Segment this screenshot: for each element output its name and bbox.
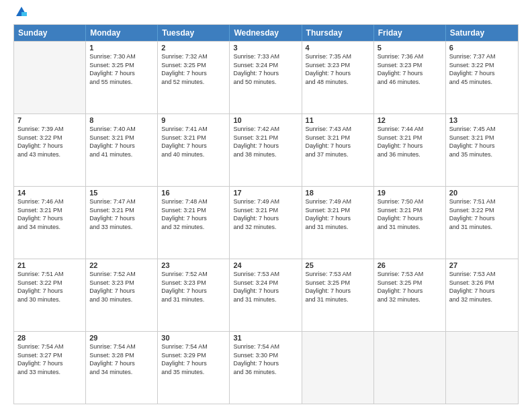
daylight-line1: Daylight: 7 hours — [449, 69, 515, 78]
sunset-text: Sunset: 3:21 PM — [378, 134, 442, 142]
sunrise-text: Sunrise: 7:37 AM — [449, 52, 515, 61]
week-row-1: 1Sunrise: 7:30 AMSunset: 3:25 PMDaylight… — [14, 41, 518, 113]
daylight-line2: and 40 minutes. — [161, 150, 226, 159]
daylight-line1: Daylight: 7 hours — [233, 287, 298, 295]
cal-cell: 10Sunrise: 7:42 AMSunset: 3:21 PMDayligh… — [230, 114, 302, 186]
cal-cell: 3Sunrise: 7:33 AMSunset: 3:24 PMDaylight… — [230, 42, 302, 113]
sunrise-text: Sunrise: 7:53 AM — [306, 270, 370, 279]
daylight-line2: and 38 minutes. — [233, 150, 298, 159]
daylight-line2: and 31 minutes. — [306, 223, 370, 232]
sunset-text: Sunset: 3:21 PM — [233, 206, 298, 215]
sunrise-text: Sunrise: 7:43 AM — [306, 125, 370, 134]
sunset-text: Sunset: 3:21 PM — [89, 206, 154, 215]
daylight-line2: and 34 minutes. — [89, 368, 154, 377]
sunrise-text: Sunrise: 7:53 AM — [233, 270, 298, 279]
daylight-line2: and 55 minutes. — [89, 78, 154, 87]
cal-cell: 4Sunrise: 7:35 AMSunset: 3:23 PMDaylight… — [302, 42, 374, 113]
cal-cell: 27Sunrise: 7:53 AMSunset: 3:26 PMDayligh… — [446, 259, 518, 331]
daylight-line2: and 32 minutes. — [161, 223, 226, 232]
daylight-line2: and 31 minutes. — [161, 295, 226, 304]
daylight-line2: and 34 minutes. — [17, 223, 82, 232]
cal-cell: 20Sunrise: 7:51 AMSunset: 3:22 PMDayligh… — [446, 187, 518, 259]
sunset-text: Sunset: 3:25 PM — [161, 61, 226, 70]
cal-cell: 14Sunrise: 7:46 AMSunset: 3:21 PMDayligh… — [14, 187, 86, 259]
daylight-line2: and 32 minutes. — [233, 223, 298, 232]
daylight-line1: Daylight: 7 hours — [161, 69, 226, 78]
daylight-line2: and 41 minutes. — [89, 150, 154, 159]
day-number: 26 — [378, 261, 442, 269]
sunset-text: Sunset: 3:22 PM — [17, 134, 82, 142]
sunrise-text: Sunrise: 7:48 AM — [161, 197, 226, 206]
sunset-text: Sunset: 3:25 PM — [378, 279, 442, 287]
daylight-line1: Daylight: 7 hours — [89, 214, 154, 223]
cal-cell: 19Sunrise: 7:50 AMSunset: 3:21 PMDayligh… — [374, 187, 446, 259]
cal-cell — [302, 332, 374, 404]
calendar-body: 1Sunrise: 7:30 AMSunset: 3:25 PMDaylight… — [14, 41, 518, 404]
cal-cell: 13Sunrise: 7:45 AMSunset: 3:21 PMDayligh… — [446, 114, 518, 186]
sunrise-text: Sunrise: 7:36 AM — [378, 52, 442, 61]
daylight-line2: and 43 minutes. — [17, 150, 82, 159]
daylight-line2: and 30 minutes. — [17, 295, 82, 304]
day-number: 15 — [89, 189, 154, 197]
daylight-line1: Daylight: 7 hours — [89, 142, 154, 150]
calendar: SundayMondayTuesdayWednesdayThursdayFrid… — [13, 24, 519, 404]
day-number: 7 — [17, 116, 82, 124]
cal-cell: 30Sunrise: 7:54 AMSunset: 3:29 PMDayligh… — [158, 332, 230, 404]
day-number: 28 — [17, 334, 82, 342]
day-number: 1 — [89, 44, 154, 52]
cal-cell: 5Sunrise: 7:36 AMSunset: 3:23 PMDaylight… — [374, 42, 446, 113]
sunrise-text: Sunrise: 7:51 AM — [449, 197, 515, 206]
cal-cell: 12Sunrise: 7:44 AMSunset: 3:21 PMDayligh… — [374, 114, 446, 186]
cal-cell: 7Sunrise: 7:39 AMSunset: 3:22 PMDaylight… — [14, 114, 86, 186]
daylight-line1: Daylight: 7 hours — [378, 142, 442, 150]
daylight-line1: Daylight: 7 hours — [378, 69, 442, 78]
sunrise-text: Sunrise: 7:53 AM — [449, 270, 515, 279]
cal-cell: 8Sunrise: 7:40 AMSunset: 3:21 PMDaylight… — [86, 114, 158, 186]
daylight-line2: and 32 minutes. — [449, 295, 515, 304]
header-day-thursday: Thursday — [302, 25, 374, 41]
daylight-line2: and 32 minutes. — [378, 295, 442, 304]
daylight-line1: Daylight: 7 hours — [89, 287, 154, 295]
week-row-2: 7Sunrise: 7:39 AMSunset: 3:22 PMDaylight… — [14, 113, 518, 186]
day-number: 27 — [449, 261, 515, 269]
sunrise-text: Sunrise: 7:46 AM — [17, 197, 82, 206]
cal-cell: 17Sunrise: 7:49 AMSunset: 3:21 PMDayligh… — [230, 187, 302, 259]
day-number: 4 — [306, 44, 370, 52]
sunset-text: Sunset: 3:21 PM — [306, 206, 370, 215]
daylight-line2: and 33 minutes. — [17, 368, 82, 377]
cal-cell: 15Sunrise: 7:47 AMSunset: 3:21 PMDayligh… — [86, 187, 158, 259]
daylight-line2: and 35 minutes. — [449, 150, 515, 159]
cal-cell: 6Sunrise: 7:37 AMSunset: 3:22 PMDaylight… — [446, 42, 518, 113]
sunset-text: Sunset: 3:23 PM — [89, 279, 154, 287]
sunset-text: Sunset: 3:22 PM — [449, 61, 515, 70]
sunset-text: Sunset: 3:21 PM — [89, 134, 154, 142]
sunset-text: Sunset: 3:22 PM — [17, 279, 82, 287]
daylight-line2: and 50 minutes. — [233, 78, 298, 87]
daylight-line1: Daylight: 7 hours — [306, 214, 370, 223]
day-number: 10 — [233, 116, 298, 124]
sunrise-text: Sunrise: 7:39 AM — [17, 125, 82, 134]
sunrise-text: Sunrise: 7:45 AM — [449, 125, 515, 134]
sunset-text: Sunset: 3:24 PM — [233, 61, 298, 70]
day-number: 20 — [449, 189, 515, 197]
day-number: 23 — [161, 261, 226, 269]
sunset-text: Sunset: 3:25 PM — [306, 279, 370, 287]
daylight-line1: Daylight: 7 hours — [17, 214, 82, 223]
daylight-line2: and 31 minutes. — [378, 223, 442, 232]
sunrise-text: Sunrise: 7:51 AM — [17, 270, 82, 279]
week-row-4: 21Sunrise: 7:51 AMSunset: 3:22 PMDayligh… — [14, 259, 518, 331]
sunrise-text: Sunrise: 7:47 AM — [89, 197, 154, 206]
header-day-tuesday: Tuesday — [158, 25, 230, 41]
sunrise-text: Sunrise: 7:54 AM — [89, 342, 154, 351]
day-number: 17 — [233, 189, 298, 197]
daylight-line1: Daylight: 7 hours — [378, 214, 442, 223]
cal-cell — [374, 332, 446, 404]
daylight-line2: and 45 minutes. — [449, 78, 515, 87]
cal-cell: 28Sunrise: 7:54 AMSunset: 3:27 PMDayligh… — [14, 332, 86, 404]
sunset-text: Sunset: 3:21 PM — [306, 134, 370, 142]
day-number: 3 — [233, 44, 298, 52]
sunset-text: Sunset: 3:23 PM — [306, 61, 370, 70]
daylight-line1: Daylight: 7 hours — [17, 142, 82, 150]
cal-cell: 25Sunrise: 7:53 AMSunset: 3:25 PMDayligh… — [302, 259, 374, 331]
day-number: 21 — [17, 261, 82, 269]
